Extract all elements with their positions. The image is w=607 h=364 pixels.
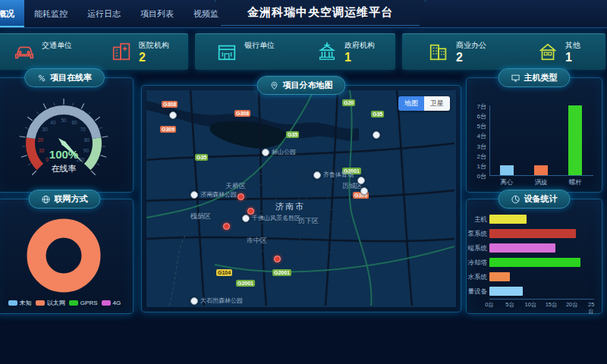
map-poi-marker[interactable]	[373, 131, 380, 139]
stat-value	[42, 51, 72, 64]
panel-online-rate-header: 项目在线率	[24, 68, 105, 87]
stat-value: 1	[565, 51, 580, 64]
host-type-bar-chart: 0台1台2台3台4台5台6台7台离心涡旋螺杆	[467, 78, 602, 192]
monitor-icon	[511, 74, 521, 83]
legend-item[interactable]: 4G	[102, 299, 121, 307]
donut-chart	[0, 216, 127, 295]
nav-tab-1[interactable]: 概况	[0, 0, 24, 27]
panel-host-type-header: 主机类型	[498, 68, 571, 87]
map-poi-marker[interactable]: 标山公园	[262, 148, 296, 156]
nav-tab-4[interactable]: 项目列表	[131, 0, 184, 27]
y-axis-tick: 3台	[467, 143, 486, 151]
x-axis-label: 离心	[489, 178, 524, 187]
car-icon	[13, 40, 36, 63]
bar-3	[568, 105, 582, 175]
category-label: 端系统	[467, 244, 487, 253]
map-poi-marker[interactable]	[357, 177, 365, 184]
map-city-label: 济南市	[275, 201, 305, 212]
map-button-satellite[interactable]: 卫星	[424, 96, 450, 111]
map-poi-marker[interactable]	[169, 111, 177, 119]
map-district-label: 历下区	[298, 216, 319, 226]
stat-value	[244, 51, 275, 64]
project-distribution-map[interactable]: 地图卫星 G308G309G308G35G35G20G35G2001G309G1…	[146, 90, 456, 307]
x-axis-label: 螺杆	[558, 178, 593, 187]
road-badge: G35	[286, 131, 299, 138]
stat-item: 政府机构1	[316, 40, 375, 64]
road-badge: G308	[234, 110, 250, 117]
nav-tab-2[interactable]: 能耗监控	[24, 0, 77, 27]
map-district-label: 市中区	[247, 236, 267, 246]
category-label: 主机	[467, 215, 487, 224]
project-marker[interactable]	[247, 208, 254, 215]
link-icon	[37, 74, 46, 83]
poi-circle-icon	[190, 191, 198, 199]
road-badge: G20	[342, 99, 355, 106]
government-icon	[316, 40, 338, 63]
project-marker[interactable]	[223, 223, 230, 230]
road-badge: G309	[160, 126, 176, 133]
stat-value: 2	[139, 51, 169, 64]
svg-text:10: 10	[39, 148, 45, 153]
stat-label: 银行单位	[244, 40, 275, 51]
y-axis-tick: 2台	[467, 152, 486, 161]
panel-title: 设备统计	[524, 193, 558, 205]
road-badge: G104	[216, 269, 232, 276]
stat-text: 商业办公2	[456, 40, 486, 64]
poi-circle-icon	[262, 149, 269, 156]
stat-text: 其他1	[565, 40, 580, 64]
svg-text:50: 50	[61, 118, 67, 123]
legend-swatch	[69, 300, 78, 306]
y-axis-tick: 0台	[467, 172, 486, 180]
road-badge: G2001	[236, 280, 255, 287]
project-marker[interactable]	[274, 256, 281, 262]
globe-icon	[42, 195, 51, 204]
stat-text: 医院机构2	[139, 40, 169, 64]
map-poi-marker[interactable]: 济南森林公园	[190, 190, 237, 199]
y-axis-tick: 4台	[467, 132, 486, 140]
stat-label: 商业办公	[456, 40, 486, 51]
panel-project-map: 项目分布地图	[141, 85, 461, 312]
poi-label: 齐鲁体育场	[323, 171, 354, 179]
road-badge: G2001	[272, 269, 291, 276]
stat-card: 商业办公2其他1	[402, 33, 605, 70]
hbar-2	[489, 229, 576, 238]
bar-1	[500, 165, 514, 175]
legend-item[interactable]: 未知	[8, 299, 32, 307]
y-axis-tick: 6台	[467, 112, 486, 121]
project-marker[interactable]	[237, 193, 244, 200]
hbar-3	[489, 243, 555, 253]
nav-tab-3[interactable]: 运行日志	[77, 0, 131, 27]
svg-text:在线率: 在线率	[52, 164, 77, 173]
legend-label: 以太网	[47, 299, 65, 307]
stat-value: 1	[344, 51, 375, 64]
svg-text:30: 30	[42, 127, 48, 132]
hbar-5	[489, 272, 510, 281]
x-axis-tick: 25台	[588, 301, 597, 315]
panel-title: 联网方式	[55, 193, 88, 205]
x-axis-tick: 5台	[505, 301, 514, 309]
map-pin-icon	[270, 81, 279, 90]
x-axis-tick: 10台	[524, 301, 536, 309]
svg-text:40: 40	[50, 120, 56, 125]
poi-label: 千佛山风景名胜区	[252, 214, 300, 222]
svg-text:70: 70	[80, 127, 86, 132]
category-label: 冷却塔	[467, 259, 487, 268]
svg-text:90: 90	[83, 148, 90, 153]
map-poi-marker[interactable]	[360, 187, 368, 195]
legend-item[interactable]: 以太网	[36, 299, 65, 307]
category-label: 量设备	[467, 287, 487, 297]
map-poi-marker[interactable]: 大石崮森林公园	[190, 297, 243, 305]
x-axis-tick: 20台	[566, 301, 578, 309]
stat-label: 政府机构	[344, 40, 375, 51]
legend-item[interactable]: GPRS	[69, 299, 98, 307]
road-badge: G308	[162, 101, 178, 108]
legend-label: 4G	[113, 300, 121, 306]
stat-item: 医院机构2	[110, 40, 169, 64]
map-button-map[interactable]: 地图	[398, 96, 424, 111]
device-stats-bar-chart: 主机泵系统端系统冷却塔水系统量设备0台5台10台15台20台25台	[467, 199, 602, 313]
panel-project-map-header: 项目分布地图	[257, 76, 346, 95]
x-axis-label: 涡旋	[524, 178, 558, 187]
stat-text: 交通单位	[42, 40, 72, 64]
map-poi-marker[interactable]: 千佛山风景名胜区	[242, 214, 300, 222]
map-poi-marker[interactable]: 齐鲁体育场	[313, 171, 354, 179]
